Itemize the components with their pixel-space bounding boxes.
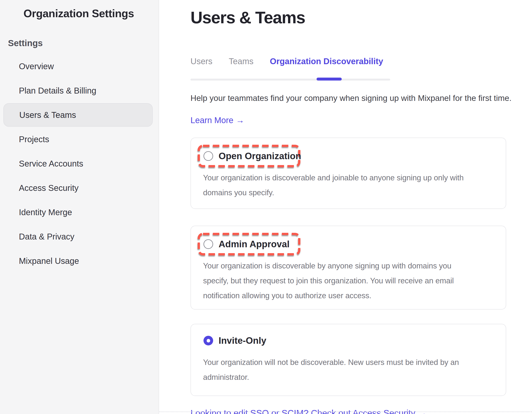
option-open-organization[interactable]: Open Organization [198, 145, 300, 167]
tab-underline [190, 79, 390, 81]
sidebar-item-data-privacy[interactable]: Data & Privacy [0, 224, 159, 249]
option-title: Invite-Only [218, 335, 266, 346]
sidebar-item-mixpanel-usage[interactable]: Mixpanel Usage [0, 249, 159, 273]
sidebar-item-overview[interactable]: Overview [0, 54, 159, 78]
option-description: Your organization is discoverable by any… [203, 258, 501, 303]
sidebar: Organization Settings Settings Overview … [0, 0, 159, 414]
page-title: Users & Teams [190, 0, 532, 27]
radio-invite-only[interactable] [203, 336, 213, 345]
tabs: Users Teams Organization Discoverability [190, 57, 390, 81]
intro-text: Help your teammates find your company wh… [190, 94, 532, 103]
footer-link-label: Looking to edit SSO or SCIM? Check out A… [190, 408, 415, 414]
option-card-open-organization: Open Organization Your organization is d… [190, 138, 506, 209]
settings-section-label: Settings [8, 38, 159, 48]
option-card-invite-only: Invite-Only Your organization will not b… [190, 324, 506, 396]
arrow-right-icon: → [418, 408, 427, 414]
sidebar-item-projects[interactable]: Projects [0, 127, 159, 151]
sidebar-item-identity-merge[interactable]: Identity Merge [0, 200, 159, 224]
option-card-admin-approval: Admin Approval Your organization is disc… [190, 226, 506, 310]
sidebar-item-service-accounts[interactable]: Service Accounts [0, 151, 159, 176]
sidebar-nav: Overview Plan Details & Billing Users & … [0, 54, 159, 273]
option-description: Your organization is discoverable and jo… [203, 170, 501, 200]
learn-more-link[interactable]: Learn More → [190, 116, 244, 125]
active-tab-indicator [317, 78, 342, 81]
tab-teams[interactable]: Teams [229, 57, 253, 66]
option-title: Open Organization [218, 151, 301, 161]
option-admin-approval[interactable]: Admin Approval [198, 233, 300, 255]
sidebar-item-plan-details-billing[interactable]: Plan Details & Billing [0, 78, 159, 103]
radio-open-organization[interactable] [203, 151, 213, 161]
radio-inner-dot [207, 339, 210, 342]
bottom-dotted-divider [160, 412, 532, 412]
option-description: Your organization will not be discoverab… [203, 355, 501, 385]
sidebar-title: Organization Settings [23, 7, 159, 20]
option-invite-only[interactable]: Invite-Only [198, 329, 300, 352]
arrow-right-icon: → [236, 116, 244, 125]
tab-organization-discoverability[interactable]: Organization Discoverability [270, 57, 383, 66]
option-title: Admin Approval [218, 239, 289, 249]
main-content: Users & Teams Users Teams Organization D… [160, 0, 532, 414]
tab-users[interactable]: Users [190, 57, 212, 66]
learn-more-label: Learn More [190, 116, 234, 125]
sidebar-item-users-teams[interactable]: Users & Teams [3, 103, 153, 127]
footer-access-security-link[interactable]: Looking to edit SSO or SCIM? Check out A… [190, 408, 427, 414]
radio-admin-approval[interactable] [203, 239, 213, 249]
sidebar-item-access-security[interactable]: Access Security [0, 176, 159, 200]
